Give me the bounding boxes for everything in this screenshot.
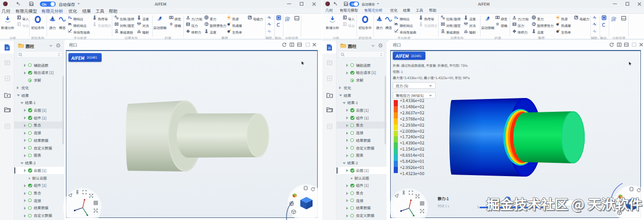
svg-text:掘金技术社区 @ 天洑软件: 掘金技术社区 @ 天洑软件 xyxy=(486,193,642,213)
